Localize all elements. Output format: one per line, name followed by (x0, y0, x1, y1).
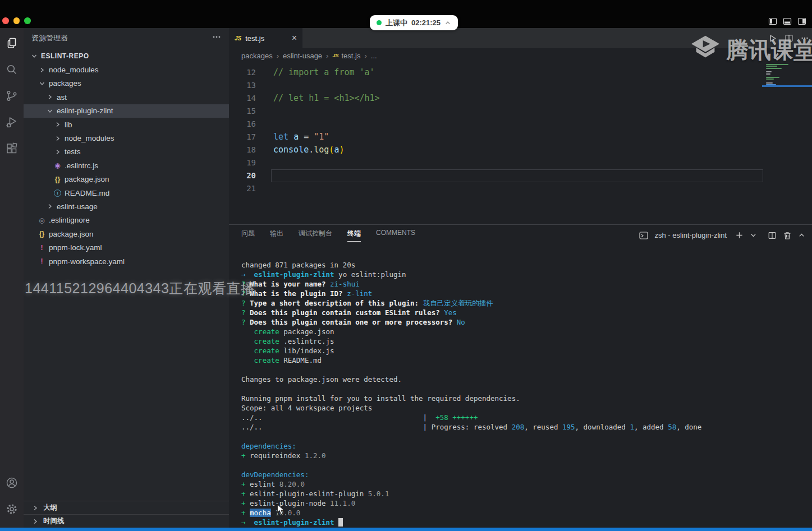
panel-tabs: 问题输出调试控制台终端COMMENTS (241, 229, 430, 242)
tree-item-pnpm-lock-yaml[interactable]: !pnpm-lock.yaml (24, 241, 229, 254)
terminal-line: devDependencies: (241, 470, 812, 479)
code-line-14: 14// let h1 = <h1></h1> (229, 92, 812, 105)
terminal-line: ../.. | Progress: resolved 208, reused 1… (241, 422, 812, 432)
minimize-window-button[interactable] (13, 17, 20, 24)
toggle-panel-icon[interactable] (783, 17, 792, 26)
panel-tab-调试控制台[interactable]: 调试控制台 (299, 229, 332, 242)
viewer-watermark: 144115212964404343正在观看直播 (25, 279, 255, 298)
extensions-icon[interactable] (4, 141, 20, 156)
terminal-line: ../.. | +58 ++++++ (241, 413, 812, 422)
terminal-line: + eslint-plugin-eslint-plugin 5.0.1 (241, 489, 812, 498)
terminal-line: ? Type a short description of this plugi… (241, 298, 812, 308)
breadcrumb-separator: › (326, 52, 328, 60)
bottom-panel: 问题输出调试控制台终端COMMENTS zsh - eslint-plugin-… (229, 224, 812, 528)
sidebar-section-label: 大纲 (43, 503, 57, 512)
tree-item-label: ast (57, 93, 67, 101)
tree-item-readme-md[interactable]: iREADME.md (24, 186, 229, 200)
tree-item-package-json[interactable]: {}package.json (24, 173, 229, 186)
code-line-16: 16 (229, 118, 812, 131)
code-line-13: 13 (229, 79, 812, 92)
line-number: 13 (229, 79, 256, 92)
tree-item-lib[interactable]: lib (24, 118, 229, 131)
tree-item-eslint-plugin-zlint[interactable]: eslint-plugin-zlint (24, 104, 229, 118)
breadcrumb-item-eslint-usage[interactable]: eslint-usage (283, 52, 322, 60)
settings-icon[interactable] (4, 501, 20, 517)
sidebar-section-时间线[interactable]: 时间线 (24, 514, 229, 528)
tree-item-node-modules[interactable]: node_modules (24, 131, 229, 145)
terminal-line (241, 384, 812, 394)
terminal-picker-chevron-icon[interactable] (750, 232, 757, 239)
tree-item-label: pnpm-workspace.yaml (49, 257, 125, 266)
terminal-icon (639, 231, 648, 240)
tab-test-js[interactable]: JS test.js × (229, 28, 302, 48)
tree-item-label: eslint-plugin-zlint (57, 107, 113, 115)
toggle-secondary-sidebar-icon[interactable] (797, 17, 806, 26)
breadcrumb-item-packages[interactable]: packages (241, 52, 273, 60)
workbench: 资源管理器 ESLINT-REPOnode_modulespackagesast… (0, 28, 812, 528)
class-status-pill[interactable]: 上课中 02:21:25 (370, 15, 458, 30)
terminal-line: Scope: all 4 workspace projects (241, 403, 812, 413)
terminal-session-label[interactable]: zsh - eslint-plugin-zlint (654, 231, 727, 239)
mouse-cursor (276, 504, 286, 518)
minimap-line (766, 73, 770, 75)
split-terminal-icon[interactable] (768, 231, 777, 240)
tree-item-package-json[interactable]: {}package.json (24, 227, 229, 241)
panel-tab-输出[interactable]: 输出 (270, 229, 283, 242)
minimap-line (766, 71, 772, 72)
tree-item-eslint-usage[interactable]: eslint-usage (24, 200, 229, 213)
tree-item-eslint-repo[interactable]: ESLINT-REPO (24, 49, 229, 63)
tencent-classroom-text: 腾讯课堂 (726, 35, 812, 66)
tree-item-eslintrc-js[interactable]: ◉.eslintrc.js (24, 159, 229, 172)
terminal-line: + eslint-plugin-node 11.1.0 (241, 498, 812, 508)
tree-item-eslintignore[interactable]: ◎.eslintignore (24, 214, 229, 227)
search-icon[interactable] (4, 62, 20, 77)
account-icon[interactable] (4, 475, 20, 491)
sidebar-header: 资源管理器 (24, 28, 229, 48)
toggle-sidebar-icon[interactable] (768, 17, 777, 26)
terminal-output[interactable]: changed 871 packages in 20s→ eslint-plug… (241, 260, 812, 527)
kill-terminal-icon[interactable] (783, 231, 792, 240)
zoom-window-button[interactable] (24, 17, 31, 24)
tab-label: test.js (245, 34, 291, 43)
breadcrumb-separator: › (277, 52, 279, 60)
terminal-line (241, 460, 812, 470)
terminal-line: Changes to package.json were detected. (241, 375, 812, 384)
chevron-down-icon (29, 53, 39, 59)
code-line-21: 21 (229, 182, 812, 195)
terminal-cursor (338, 518, 343, 527)
panel-tab-comments[interactable]: COMMENTS (376, 229, 415, 242)
chevron-right-icon (37, 67, 47, 73)
more-actions-icon[interactable] (212, 33, 221, 44)
close-window-button[interactable] (2, 17, 9, 24)
code-line-19: 19 (229, 156, 812, 169)
breadcrumb-item-test-js[interactable]: JStest.js (332, 52, 360, 60)
status-bar[interactable] (0, 528, 812, 531)
panel-tab-终端[interactable]: 终端 (347, 229, 361, 242)
tree-item-packages[interactable]: packages (24, 77, 229, 90)
source-control-icon[interactable] (4, 88, 20, 104)
tree-item-tests[interactable]: tests (24, 145, 229, 159)
code-editor[interactable]: 12// import a from 'a'1314// let h1 = <h… (229, 63, 812, 224)
code-line-text: // import a from 'a' (273, 66, 375, 79)
tree-item-ast[interactable]: ast (24, 90, 229, 104)
explorer-icon[interactable] (4, 35, 20, 51)
panel-tab-问题[interactable]: 问题 (241, 229, 255, 242)
yaml-file-icon: ! (37, 258, 47, 265)
traffic-lights (2, 17, 31, 24)
chevron-right-icon (45, 94, 54, 100)
braces-file-icon: {} (53, 176, 62, 183)
tree-item-node-modules[interactable]: node_modules (24, 63, 229, 76)
maximize-panel-chevron-icon[interactable] (798, 232, 805, 239)
class-timer: 02:21:25 (411, 19, 441, 27)
breadcrumb-item-[interactable]: ... (371, 52, 377, 60)
code-line-text: let a = "1" (273, 131, 329, 144)
chevron-up-icon[interactable] (444, 20, 451, 26)
terminal-line: create package.json (241, 327, 812, 336)
close-tab-icon[interactable]: × (292, 34, 297, 43)
tree-item-pnpm-workspace-yaml[interactable]: !pnpm-workspace.yaml (24, 255, 229, 268)
run-debug-icon[interactable] (4, 114, 20, 130)
sidebar-section-大纲[interactable]: 大纲 (24, 501, 229, 514)
class-status-label: 上课中 (386, 18, 407, 28)
new-terminal-icon[interactable] (735, 231, 744, 239)
breadcrumb-label: test.js (341, 52, 360, 60)
